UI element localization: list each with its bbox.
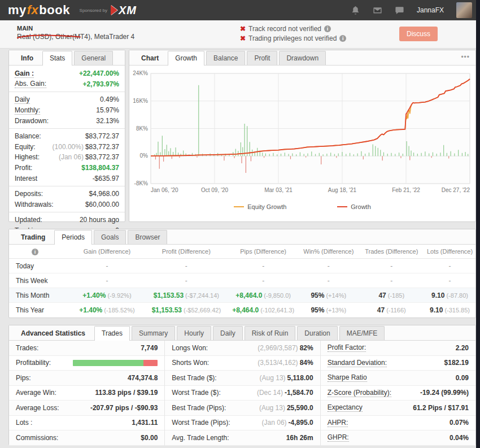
period-cell: -	[359, 262, 424, 270]
stat-row-pips: Pips:474,374.8	[9, 371, 164, 386]
period-cell: +1.40%(-185.52%)	[69, 306, 144, 314]
tab-periods[interactable]: Periods	[54, 230, 92, 245]
tab-profit[interactable]: Profit	[247, 51, 277, 65]
tab-info[interactable]: Info	[14, 51, 41, 65]
column-header-lots-difference: Lots (Difference)	[424, 248, 475, 255]
stat-row-equity: Equity:(100.00%)$83,772.37	[15, 142, 119, 153]
legend-item-equity-growth[interactable]: Equity Growth	[234, 203, 286, 210]
tab-general[interactable]: General	[74, 51, 113, 65]
period-cell: 9.10(-315.85)	[424, 306, 475, 314]
info-icon[interactable]: i	[339, 35, 346, 42]
stat-label: Z-Score (Probability):	[328, 389, 391, 397]
stat-row-worst-trade: Worst Trade ($):(Dec 14)-1,584.70	[165, 386, 320, 401]
stat-label: Profit:	[15, 164, 32, 172]
period-cell: -	[298, 262, 359, 270]
warning-trading-privileges: ✖ Trading privileges not verified i	[240, 34, 346, 42]
stat-row-interest: Interest-$635.97	[15, 173, 119, 184]
chat-bubble-icon[interactable]	[395, 6, 404, 15]
notifications-bell-icon[interactable]	[351, 6, 360, 15]
stat-value: $83,772.37	[85, 132, 119, 140]
tab-duration[interactable]: Duration	[297, 326, 337, 340]
stat-label: Gain :	[15, 69, 34, 78]
info-icon[interactable]: i	[32, 249, 38, 255]
tab-trades[interactable]: Trades	[94, 326, 130, 341]
discuss-button[interactable]: Discuss	[399, 27, 438, 41]
legend-item-growth[interactable]: Growth	[337, 203, 370, 210]
trading-periods-panel: TradingPeriodsGoalsBrowser iGain (Differ…	[8, 229, 476, 318]
column-header-gain-difference: Gain (Difference)	[69, 248, 144, 255]
red-scribble-underline	[16, 34, 82, 39]
period-cell: +8,464.0(-102,641.3)	[228, 306, 298, 314]
divider	[9, 186, 125, 186]
stat-label: Highest:	[15, 153, 40, 161]
stat-label: Worst Trade ($):	[172, 389, 220, 397]
chart-menu-button[interactable]: •••	[461, 53, 470, 61]
tab-trading[interactable]: Trading	[14, 230, 53, 244]
stat-value: (Aug 13)25,590.0	[259, 404, 313, 412]
periods-header-row: iGain (Difference)Profit (Difference)Pip…	[9, 245, 475, 259]
stat-value: 15.97%	[96, 106, 119, 114]
tab-mae-mfe[interactable]: MAE/MFE	[339, 326, 385, 340]
tab-summary[interactable]: Summary	[132, 326, 175, 340]
stat-value: (Jan 06)$83,772.37	[59, 153, 119, 161]
tab-stats[interactable]: Stats	[42, 51, 72, 66]
stat-label: Equity:	[15, 143, 36, 151]
stat-label: Expectancy	[328, 403, 363, 412]
stat-value: 16h 26m	[286, 434, 313, 442]
tab-drawdown[interactable]: Drawdown	[279, 51, 326, 65]
tab-hourly[interactable]: Hourly	[177, 326, 211, 340]
tab-daily[interactable]: Daily	[213, 326, 243, 340]
tab-balance[interactable]: Balance	[206, 51, 245, 65]
stat-value: 61.2 Pips / $17.91	[413, 404, 469, 412]
stat-row-avg-trade-length: Avg. Trade Length:16h 26m	[165, 430, 320, 446]
stat-value: 1,431.11	[132, 419, 158, 427]
stat-label: Deposits:	[15, 190, 43, 198]
stat-label: Drawdown:	[15, 117, 49, 125]
growth-chart: 24K%16K%8K%0%-8K%Jan 06, '20Oct 09, '20M…	[129, 68, 475, 200]
stat-label: Avg. Trade Length:	[172, 434, 229, 442]
account-name[interactable]: MAIN	[17, 25, 134, 32]
stat-value: -19.24 (99.99%)	[420, 389, 469, 397]
logo-fx: fx	[27, 3, 40, 18]
window-edge-strip	[476, 0, 480, 448]
legend-label: Growth	[351, 203, 370, 210]
messages-envelope-icon[interactable]	[373, 6, 382, 15]
stats-rows: Gain :+22,447.00%Abs. Gain:+2,793.97%Dai…	[9, 66, 125, 236]
username[interactable]: JannaFX	[417, 6, 444, 14]
tab-browser[interactable]: Browser	[128, 230, 167, 244]
stat-label: Profitability:	[16, 359, 51, 367]
xm-logo[interactable]: XM	[111, 4, 137, 17]
stat-row-z-score-probability: Z-Score (Probability):-19.24 (99.99%)	[321, 386, 475, 401]
advanced-stats-tabbar: Advanced StatisticsTradesSummaryHourlyDa…	[9, 325, 475, 341]
stat-value: $138,804.37	[81, 164, 119, 172]
tab-growth[interactable]: Growth	[168, 51, 204, 66]
stat-row-gain: Gain :+22,447.00%	[15, 68, 119, 79]
stat-label: Average Loss:	[16, 404, 59, 412]
period-label: This Week	[9, 277, 69, 285]
stat-label: Sharpe Ratio	[328, 373, 367, 382]
tab-goals[interactable]: Goals	[94, 230, 126, 244]
stat-row-withdrawals: Withdrawals:$60,000.00	[15, 199, 119, 210]
stat-row-lots: Lots :1,431.11	[9, 416, 164, 431]
period-cell: -	[424, 277, 475, 285]
info-icon[interactable]: i	[324, 25, 331, 32]
period-cell: -	[298, 277, 359, 285]
warning-text: Trading privileges not verified	[248, 34, 337, 42]
tab-risk-of-ruin[interactable]: Risk of Ruin	[245, 326, 296, 340]
stat-row-highest: Highest:(Jan 06)$83,772.37	[15, 152, 119, 163]
stat-row-profit-factor: Profit Factor:2.20	[321, 341, 475, 356]
stat-label: Monthly:	[15, 106, 40, 115]
svg-text:-8K%: -8K%	[134, 180, 149, 186]
myfxbook-logo[interactable]: myfxbook	[8, 3, 70, 18]
stat-value: 32.13%	[96, 117, 119, 125]
top-header: myfxbook Sponsored by XM JannaFX	[0, 0, 480, 20]
period-cell: 9.10(-87.80)	[424, 292, 475, 299]
tab-advanced-statistics[interactable]: Advanced Statistics	[14, 326, 93, 340]
avatar[interactable]	[456, 2, 472, 18]
stat-label: Pips:	[16, 374, 31, 382]
stat-label: Best Trade ($):	[172, 374, 216, 382]
stat-row-standard-deviation: Standard Deviation:$182.19	[321, 356, 475, 371]
stat-label: Balance:	[15, 132, 41, 140]
svg-text:8K%: 8K%	[136, 125, 148, 132]
tab-chart[interactable]: Chart	[134, 51, 166, 65]
